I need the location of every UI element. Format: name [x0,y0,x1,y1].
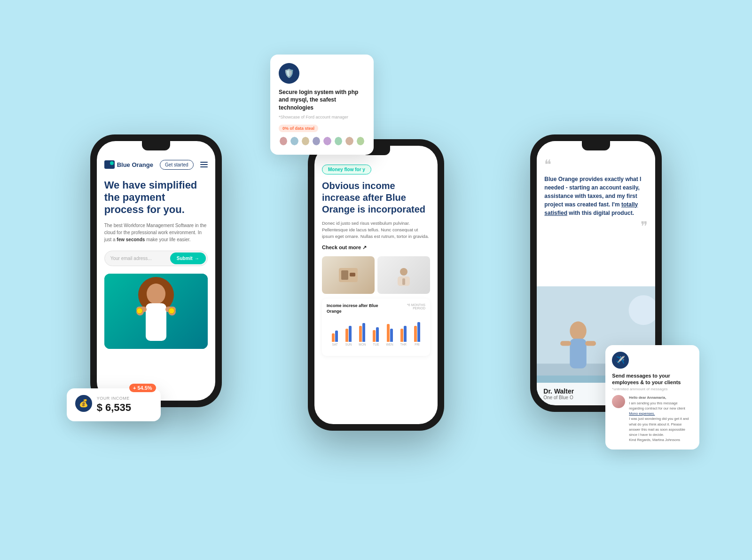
data-steal-badge: 0% of data steal [279,125,318,132]
bar-mon [356,323,368,342]
bar-sun [342,326,355,342]
avatar-7 [345,136,354,146]
phone-1-hero-image [104,274,208,349]
quote-mark-open: ❝ [544,158,648,171]
avatar-5 [322,136,332,146]
svg-rect-20 [570,339,587,368]
label-wen: WEN [384,343,396,346]
email-placeholder[interactable]: Your email adress... [110,256,170,261]
svg-rect-22 [586,341,596,346]
message-card-body: Hello dear Annamaria, I am sending you t… [612,395,693,442]
message-greeting: Hello dear Annamaria, [629,395,693,400]
avatar-1 [279,136,288,146]
svg-rect-21 [560,341,571,346]
phone-2-content: Money flow for y Obvious income increase… [314,146,438,424]
message-body-text-2: I was just wondering did you get it and … [629,416,693,437]
quote-mark-close: ❞ [544,220,648,233]
message-card-title: Send messages to your employees & to you… [612,372,693,386]
bar-sat [329,331,341,342]
bar-wen [384,324,396,342]
message-body-text: I am sending you this message regarding … [629,401,693,417]
message-card-subtitle: *unlimited ammount of messages [612,387,693,391]
avatar-2 [290,136,299,146]
svg-rect-2 [146,303,166,341]
phone-1-screen: Blue Orange Get started We have simplifi… [97,141,215,401]
hamburger-menu[interactable] [200,162,208,167]
phone-2-image-1 [322,256,375,294]
money-flow-tag: Money flow for y [322,165,371,174]
phone-3-notch [582,141,610,150]
check-more-link[interactable]: Check out more ↗ [322,245,430,251]
svg-point-6 [137,308,142,314]
woman-silhouette [123,276,189,349]
chart-container: Income increse after Blue Orange *6 MONT… [322,299,430,355]
svg-point-12 [400,268,407,276]
submit-button[interactable]: Submit → [170,252,206,264]
email-form: Your email adress... Submit → [104,251,208,266]
avatar-4 [312,136,321,146]
income-value: $ 6,535 [97,402,131,414]
message-card: ✈️ Send messages to your employees & to … [605,345,699,450]
phone-2: Money flow for y Obvious income increase… [308,139,444,431]
svg-rect-11 [350,273,355,276]
income-icon: 💰 [75,395,92,412]
phone-2-images [322,256,430,294]
avatar-8 [356,136,365,146]
security-icon: 🛡️ [279,63,299,84]
label-sun: SUN [342,343,355,346]
main-scene: Blue Orange Get started We have simplifi… [47,45,705,515]
logo-icon [104,160,115,169]
label-fri: FRI [411,343,423,346]
chart-area: SAT SUN MON TUE WEN THR FRI [327,318,425,351]
phone-1-content: Blue Orange Get started We have simplifi… [97,141,215,401]
security-title: Secure login system with php and mysql, … [279,88,365,112]
bold-text: few seconds [117,237,145,242]
logo-text: Blue Orange [117,161,153,168]
phone-1: Blue Orange Get started We have simplifi… [90,134,222,407]
chart-labels: SAT SUN MON TUE WEN THR FRI [327,343,425,346]
phone-1-notch [142,141,170,150]
quote-section: ❝ Blue Orange provides exactly what I ne… [537,141,655,286]
svg-rect-10 [341,270,348,280]
phone-2-body: Donec id justo sed risus vestibulum pulv… [322,220,430,240]
label-sat: SAT [329,343,341,346]
message-avatar [612,395,625,408]
bar-thr [397,326,410,342]
chart-period: *6 MONTHS PERIOD [394,303,425,310]
phone-1-headline: We have simplified the payment process f… [104,179,208,216]
chart-header: Income increse after Blue Orange *6 MONT… [327,303,425,314]
bar-fri [411,322,423,342]
svg-point-19 [570,321,587,340]
svg-point-8 [169,308,174,314]
income-badge: + 54.5% [129,384,156,392]
get-started-button[interactable]: Get started [160,160,193,170]
avatar-6 [334,136,343,146]
bar-tue [369,327,382,342]
security-subtitle: *Showcase of Ford account manager [279,115,365,119]
avatar-row [279,136,365,146]
message-sign: Kind Regards, Martina Johnsons [629,437,693,442]
label-mon: MON [356,343,368,346]
label-tue: TUE [369,343,382,346]
svg-point-1 [147,284,165,304]
phone-2-screen: Money flow for y Obvious income increase… [314,146,438,424]
phone-1-logo: Blue Orange [104,160,153,169]
phone-1-nav: Blue Orange Get started [104,160,208,170]
phone-2-headline: Obvious income increase after Blue Orang… [322,180,430,215]
security-card: 🛡️ Secure login system with php and mysq… [270,55,374,155]
phone-1-subtitle: The best Workforce Management Software i… [104,222,208,243]
phone-3: ❝ Blue Orange provides exactly what I ne… [530,134,662,412]
avatar-3 [301,136,310,146]
quote-text: Blue Orange provides exactly what I need… [544,175,648,217]
phone-2-image-2 [377,256,430,294]
chart-title: Income increse after Blue Orange [327,303,394,314]
message-send-icon: ✈️ [612,352,629,369]
label-thr: THR [397,343,410,346]
income-card: + 54.5% 💰 YOUR INCOME $ 6,535 [67,388,161,421]
chart-bars [327,318,425,342]
svg-rect-14 [402,278,405,285]
income-label: YOUR INCOME [97,396,131,401]
